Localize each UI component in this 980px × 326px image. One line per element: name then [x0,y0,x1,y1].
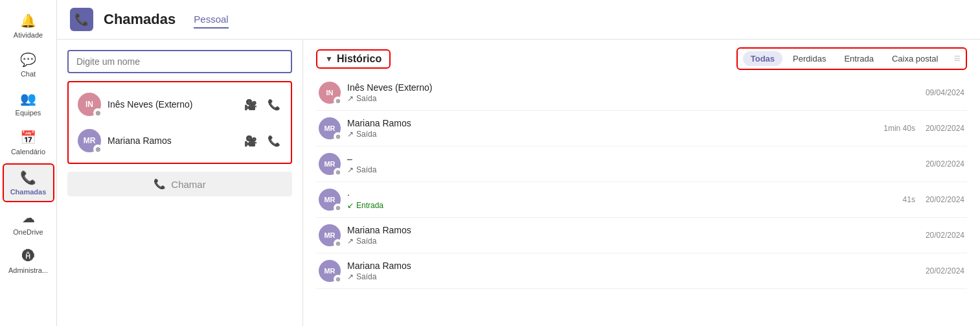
avatar-badge: ⊗ [93,145,102,154]
avatar-badge: ⊗ [334,97,342,105]
call-duration: 1min 40s [883,124,915,133]
sidebar-item-calendario[interactable]: 📅 Calendário [3,124,54,161]
audio-call-button-2[interactable]: 📞 [266,134,282,148]
list-item[interactable]: IN ⊗ Inês Neves (Externo) 🎥 📞 [71,87,288,121]
body-row: IN ⊗ Inês Neves (Externo) 🎥 📞 [57,40,980,326]
call-contact-name: – [347,154,919,164]
call-direction: ↗ Saída [347,237,919,246]
chat-icon: 💬 [20,52,36,67]
call-date: 20/02/2024 [926,266,964,275]
call-meta: 20/02/2024 [926,231,964,240]
phone-icon: 📞 [74,12,89,27]
filter-menu-icon[interactable]: ≡ [953,52,961,65]
call-contact-name: Mariana Ramos [347,261,919,271]
equipes-icon: 👥 [20,91,36,106]
contact-actions: 🎥 📞 [243,134,282,148]
direction-icon: ↗ [347,130,354,139]
page-title: Chamadas [104,11,176,28]
table-row[interactable]: MR ⊗ Mariana Ramos ↗ Saída 20/02/2024 [316,218,967,253]
direction-icon: ↙ [347,201,354,210]
left-panel: IN ⊗ Inês Neves (Externo) 🎥 📞 [57,40,303,326]
call-duration: 41s [903,195,915,204]
avatar-badge: ⊗ [334,239,342,248]
avatar-badge: ⊗ [334,275,342,283]
direction-icon: ↗ [347,94,354,103]
table-row[interactable]: MR ⊗ · ↙ Entrada 41s 20/02/2024 [316,182,967,218]
avatar: MR ⊗ [319,153,341,175]
page-tabs: Pessoal [194,11,228,29]
contact-name: Inês Neves (Externo) [108,99,236,110]
list-item[interactable]: MR ⊗ Mariana Ramos 🎥 📞 [71,124,288,157]
call-meta: 20/02/2024 [926,159,964,169]
sidebar-item-label: Atividade [14,31,43,39]
call-direction: ↗ Saída [347,94,919,103]
call-date: 20/02/2024 [926,124,964,133]
call-date: 20/02/2024 [926,231,964,240]
call-meta: 20/02/2024 [926,266,964,275]
sidebar-item-chamadas[interactable]: 📞 Chamadas [3,163,54,202]
video-call-button[interactable]: 🎥 [243,97,258,112]
call-button-icon: 📞 [154,178,166,190]
avatar: MR ⊗ [319,260,341,282]
search-input[interactable] [67,50,292,73]
sidebar-item-label: OneDrive [13,228,43,236]
sidebar-item-label: Calendário [11,148,45,156]
sidebar-item-administra[interactable]: 🅐 Administra... [3,244,54,279]
sidebar-item-label: Equipes [16,109,41,117]
call-date: 20/02/2024 [926,195,964,204]
sidebar: 🔔 Atividade 💬 Chat 👥 Equipes 📅 Calendári… [0,0,57,326]
table-row[interactable]: MR ⊗ Mariana Ramos ↗ Saída 1min 40s 20/0… [316,111,967,146]
contact-name: Mariana Ramos [108,135,236,146]
call-history: IN ⊗ Inês Neves (Externo) ↗ Saída 09/04/… [316,75,967,318]
table-row[interactable]: MR ⊗ – ↗ Saída 20/02/2024 [316,146,967,182]
avatar: MR ⊗ [319,224,341,246]
sidebar-item-atividade[interactable]: 🔔 Atividade [3,8,54,44]
direction-icon: ↗ [347,237,354,246]
right-panel: ▼ Histórico Todas Perdidas Entrada Caixa… [303,40,980,326]
video-call-button-2[interactable]: 🎥 [243,134,258,148]
call-date: 09/04/2024 [926,88,964,97]
avatar: IN ⊗ [78,93,101,116]
sidebar-item-label: Chamadas [10,188,47,196]
video-icon: 🎥 [244,99,257,110]
audio-call-button[interactable]: 📞 [266,97,282,112]
onedrive-icon: ☁ [22,210,35,226]
sidebar-item-label: Chat [21,70,36,78]
sidebar-item-equipes[interactable]: 👥 Equipes [3,86,54,122]
main-content: 📞 Chamadas Pessoal IN ⊗ Inês Neves (Exte… [57,0,980,326]
history-header: ▼ Histórico Todas Perdidas Entrada Caixa… [316,47,967,70]
avatar-badge: ⊗ [334,132,342,141]
avatar: MR ⊗ [78,129,101,152]
history-title-box: ▼ Histórico [316,49,391,69]
call-direction: ↗ Saída [347,165,919,174]
filter-tab-todas[interactable]: Todas [743,51,782,66]
contact-actions: 🎥 📞 [243,97,282,112]
sidebar-item-chat[interactable]: 💬 Chat [3,47,54,83]
call-contact-name: Mariana Ramos [347,225,919,235]
call-direction: ↙ Entrada [347,201,896,210]
filter-tab-entrada[interactable]: Entrada [836,51,882,66]
contact-list-box: IN ⊗ Inês Neves (Externo) 🎥 📞 [67,81,292,164]
phone-call-icon-2: 📞 [268,135,280,146]
call-info: Mariana Ramos ↗ Saída [347,118,877,139]
filter-tab-caixa-postal[interactable]: Caixa postal [884,51,946,66]
call-date: 20/02/2024 [926,159,964,169]
table-row[interactable]: MR ⊗ Mariana Ramos ↗ Saída 20/02/2024 [316,253,967,289]
phone-call-icon: 📞 [268,99,280,110]
video-icon-2: 🎥 [244,135,257,146]
table-row[interactable]: IN ⊗ Inês Neves (Externo) ↗ Saída 09/04/… [316,75,967,111]
call-contact-name: Inês Neves (Externo) [347,82,919,93]
call-info: · ↙ Entrada [347,189,896,210]
call-contact-name: Mariana Ramos [347,118,877,128]
call-contact-name: · [347,189,896,200]
call-button[interactable]: 📞 Chamar [67,172,292,196]
atividade-icon: 🔔 [20,13,36,29]
filter-tabs: Todas Perdidas Entrada Caixa postal ≡ [736,47,967,70]
filter-tab-perdidas[interactable]: Perdidas [785,51,834,66]
tab-pessoal[interactable]: Pessoal [194,11,228,29]
sidebar-item-onedrive[interactable]: ☁ OneDrive [3,205,54,241]
page-header-icon: 📞 [70,8,93,31]
call-info: Inês Neves (Externo) ↗ Saída [347,82,919,103]
call-button-label: Chamar [171,179,205,190]
history-title: Histórico [337,53,382,65]
